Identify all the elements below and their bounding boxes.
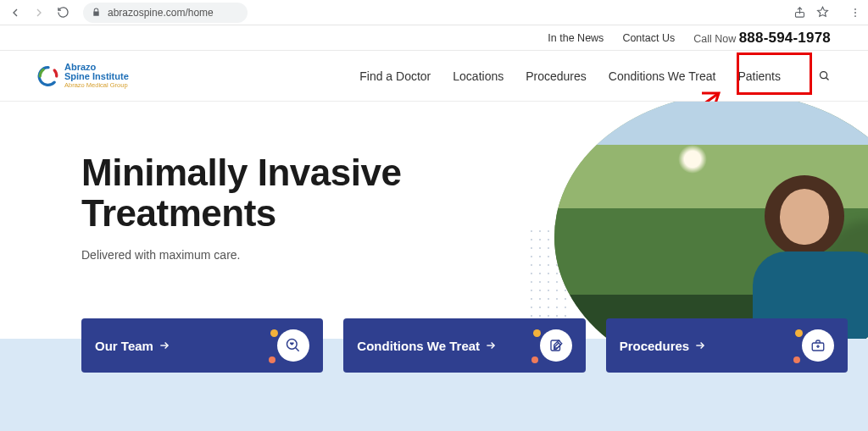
cards-row: Our Team Conditions We Treat Procedures xyxy=(81,318,848,373)
hero-title-line2: Treatments xyxy=(81,192,276,234)
lock-icon xyxy=(92,8,101,17)
card-conditions[interactable]: Conditions We Treat xyxy=(343,318,585,373)
svg-point-3 xyxy=(854,15,856,17)
logo-line3: Abrazo Medical Group xyxy=(64,82,129,89)
hero-subtitle: Delivered with maximum care. xyxy=(81,248,401,262)
card-our-team[interactable]: Our Team xyxy=(81,318,323,373)
utility-bar: In the News Contact Us Call Now 888-594-… xyxy=(0,25,868,51)
hero-title-line1: Minimally Invasive xyxy=(81,152,401,193)
svg-point-4 xyxy=(821,72,827,79)
arrow-right-icon xyxy=(694,340,706,351)
reload-button[interactable] xyxy=(54,4,71,21)
edit-note-icon xyxy=(540,329,572,362)
svg-point-2 xyxy=(854,12,856,14)
card-our-team-label: Our Team xyxy=(95,339,153,353)
nav-procedures[interactable]: Procedures xyxy=(526,54,587,98)
contact-us-link[interactable]: Contact Us xyxy=(622,32,675,44)
call-now-label: Call Now xyxy=(693,33,736,45)
site-logo[interactable]: Abrazo Spine Institute Abrazo Medical Gr… xyxy=(37,63,129,89)
back-button[interactable] xyxy=(7,4,24,21)
in-the-news-link[interactable]: In the News xyxy=(548,32,604,44)
search-icon[interactable] xyxy=(818,69,831,82)
logo-line2: Spine Institute xyxy=(64,72,129,81)
nav-locations[interactable]: Locations xyxy=(453,54,504,98)
svg-point-1 xyxy=(854,8,856,9)
card-procedures[interactable]: Procedures xyxy=(606,318,848,373)
annotation-highlight-box xyxy=(737,52,812,95)
card-procedures-label: Procedures xyxy=(620,339,690,353)
browser-toolbar: abrazospine.com/home xyxy=(0,0,868,25)
url-text: abrazospine.com/home xyxy=(108,7,214,19)
share-icon[interactable] xyxy=(793,6,806,19)
kebab-menu-icon[interactable] xyxy=(849,7,861,19)
phone-number[interactable]: 888-594-1978 xyxy=(739,30,831,46)
heart-magnify-icon xyxy=(277,329,309,362)
nav-conditions-we-treat[interactable]: Conditions We Treat xyxy=(609,54,716,98)
logo-mark-icon xyxy=(37,65,59,87)
address-bar[interactable]: abrazospine.com/home xyxy=(83,3,248,23)
card-conditions-label: Conditions We Treat xyxy=(357,339,480,353)
hero-title: Minimally Invasive Treatments xyxy=(81,152,401,233)
medkit-icon xyxy=(802,329,834,362)
bookmark-star-icon[interactable] xyxy=(816,6,829,19)
arrow-right-icon xyxy=(485,340,497,351)
arrow-right-icon xyxy=(159,340,170,351)
forward-button[interactable] xyxy=(31,4,47,21)
nav-find-a-doctor[interactable]: Find a Doctor xyxy=(359,54,431,98)
